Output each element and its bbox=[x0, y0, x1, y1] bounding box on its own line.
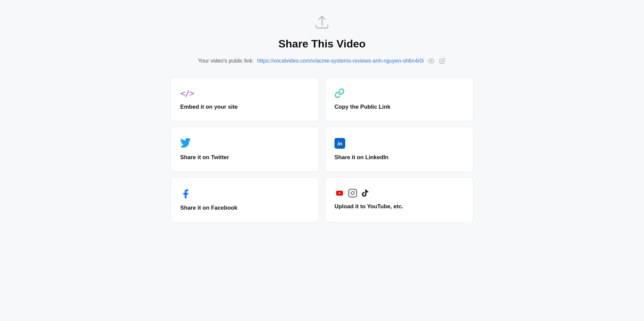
embed-label: Embed it on your site bbox=[180, 104, 310, 110]
twitter-card[interactable]: Share it on Twitter bbox=[170, 127, 319, 172]
youtube-icon bbox=[334, 189, 345, 197]
twitter-icon bbox=[180, 138, 191, 149]
facebook-card[interactable]: Share it on Facebook bbox=[170, 177, 319, 222]
tiktok-icon bbox=[361, 189, 369, 198]
youtube-label: Upload it to YouTube, etc. bbox=[334, 203, 464, 210]
linkedin-icon-wrap: in bbox=[334, 138, 464, 149]
copy-link-label: Copy the Public Link bbox=[334, 104, 464, 110]
youtube-icon-wrap bbox=[334, 188, 464, 198]
share-icon bbox=[313, 13, 331, 31]
twitter-label: Share it on Twitter bbox=[180, 154, 310, 161]
edit-button[interactable] bbox=[439, 57, 446, 65]
embed-code-icon: </> bbox=[180, 88, 194, 98]
link-icon bbox=[334, 88, 345, 98]
linkedin-card[interactable]: in Share it on LinkedIn bbox=[325, 127, 474, 172]
linkedin-label: Share it on LinkedIn bbox=[334, 154, 464, 161]
facebook-icon-wrap bbox=[180, 188, 310, 199]
share-options-grid: </> Embed it on your site Copy the Publi… bbox=[170, 77, 474, 222]
linkedin-icon: in bbox=[337, 140, 343, 147]
copy-link-icon-wrap bbox=[334, 88, 464, 98]
copy-link-card[interactable]: Copy the Public Link bbox=[325, 77, 474, 121]
embed-card[interactable]: </> Embed it on your site bbox=[170, 77, 319, 121]
share-icon-wrap bbox=[313, 13, 331, 32]
facebook-icon bbox=[180, 188, 191, 199]
facebook-label: Share it on Facebook bbox=[180, 205, 310, 211]
eye-button[interactable] bbox=[427, 57, 435, 65]
pencil-icon bbox=[439, 58, 445, 64]
page-title: Share This Video bbox=[278, 38, 365, 50]
svg-rect-3 bbox=[349, 189, 356, 197]
public-link-url[interactable]: https://vocalvideo.com/v/acme-systems-re… bbox=[257, 58, 423, 64]
embed-icon-wrap: </> bbox=[180, 88, 310, 98]
public-link-label: Your video's public link: bbox=[198, 58, 254, 64]
svg-point-5 bbox=[354, 190, 355, 191]
eye-icon bbox=[428, 58, 434, 64]
svg-point-4 bbox=[351, 191, 354, 194]
instagram-icon bbox=[348, 188, 357, 198]
public-link-row: Your video's public link: https://vocalv… bbox=[198, 57, 446, 65]
twitter-icon-wrap bbox=[180, 138, 310, 149]
svg-point-1 bbox=[430, 60, 432, 62]
youtube-card[interactable]: Upload it to YouTube, etc. bbox=[325, 177, 474, 222]
page-container: Share This Video Your video's public lin… bbox=[170, 13, 474, 222]
linkedin-bg: in bbox=[334, 138, 345, 149]
